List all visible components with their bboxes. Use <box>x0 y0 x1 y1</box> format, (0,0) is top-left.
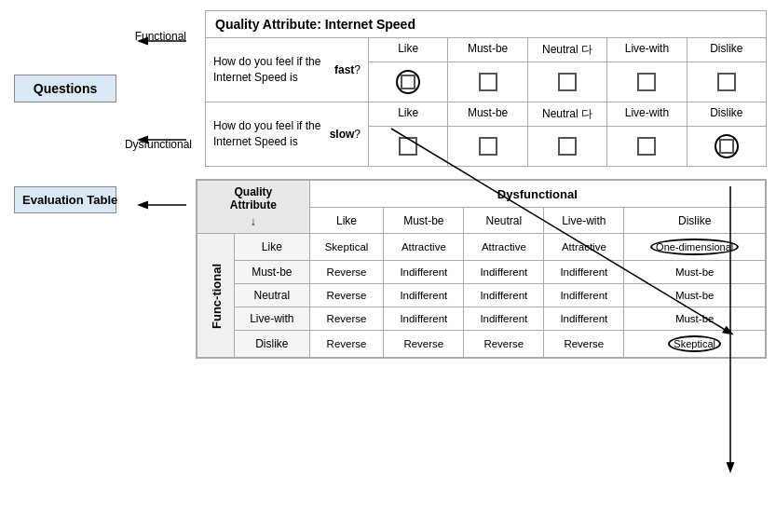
data-neutral-livewith: Indifferent <box>544 284 624 307</box>
row-neutral: Neutral <box>235 284 310 307</box>
data-like-like: Skeptical <box>309 234 384 261</box>
qa-slow-opt-neutral: Neutral 다 <box>528 102 607 126</box>
data-mustbe-mustbe: Indifferent <box>384 261 464 284</box>
data-livewith-like: Reverse <box>309 307 384 331</box>
qa-opt-like: Like <box>369 38 448 61</box>
data-mustbe-like: Reverse <box>309 261 384 284</box>
qa-opt-mustbe: Must-be <box>448 38 527 61</box>
qa-slow-opt-like: Like <box>369 102 448 126</box>
qa-checkboxes-fast <box>369 62 766 102</box>
data-livewith-neutral: Indifferent <box>464 307 544 331</box>
data-dislike-mustbe: Reverse <box>384 331 464 358</box>
eval-table: QualityAttribute ↓ Dysfunctional Like Mu… <box>197 180 766 358</box>
qa-header-slow: Like Must-be Neutral 다 Live-with Dislike <box>369 102 766 127</box>
main-container: Questions Functional Dysfunctional Quali <box>0 0 776 532</box>
qa-options-fast: Like Must-be Neutral 다 Live-with Dislike <box>369 38 766 102</box>
qa-checkbox-slow-mustbe[interactable] <box>448 127 527 166</box>
questions-label: Questions <box>14 75 116 102</box>
qa-slow-opt-mustbe: Must-be <box>448 102 527 126</box>
qa-header-fast: Like Must-be Neutral 다 Live-with Dislike <box>369 38 766 62</box>
qa-slow-opt-livewith: Live-with <box>607 102 687 126</box>
qa-row-slow: How do you feel if the Internet Speed is… <box>206 102 766 166</box>
qa-opt-dislike: Dislike <box>688 38 766 61</box>
dysfunctional-header: Dysfunctional <box>309 181 765 208</box>
col-neutral: Neutral <box>464 208 544 234</box>
data-like-livewith: Attractive <box>544 234 624 261</box>
qa-checkbox-slow-dislike[interactable] <box>688 127 766 166</box>
qa-opt-neutral: Neutral 다 <box>528 38 607 61</box>
table-row: Dislike Reverse Reverse Reverse Reverse … <box>197 331 766 358</box>
table-row: Live-with Reverse Indifferent Indifferen… <box>197 307 766 331</box>
qa-slow-opt-dislike: Dislike <box>688 102 766 126</box>
row-dislike: Dislike <box>235 331 310 358</box>
qa-question-fast: How do you feel if the Internet Speed is… <box>206 38 369 102</box>
data-like-mustbe: Attractive <box>384 234 464 261</box>
qa-options-slow: Like Must-be Neutral 다 Live-with Dislike <box>369 102 766 166</box>
table-row: Func-tional Like Skeptical Attractive At… <box>197 234 766 261</box>
qa-checkbox-fast-dislike[interactable] <box>688 62 766 102</box>
col-livewith: Live-with <box>544 208 624 234</box>
quality-attribute-header: QualityAttribute ↓ <box>197 181 310 234</box>
qa-checkbox-slow-livewith[interactable] <box>607 127 687 166</box>
qa-row-fast: How do you feel if the Internet Speed is… <box>206 38 766 102</box>
qa-checkbox-fast-neutral[interactable] <box>528 62 607 102</box>
col-like: Like <box>309 208 384 234</box>
functional-cell: Func-tional <box>197 234 235 358</box>
data-neutral-dislike: Must-be <box>624 284 766 307</box>
top-section: Questions Functional Dysfunctional Quali <box>9 9 767 168</box>
qa-checkbox-fast-like[interactable] <box>369 62 448 102</box>
data-neutral-like: Reverse <box>309 284 384 307</box>
row-like: Like <box>235 234 310 261</box>
data-like-dislike: One-dimensional <box>624 234 766 261</box>
qa-checkboxes-slow <box>369 127 766 166</box>
qa-question-slow: How do you feel if the Internet Speed is… <box>206 102 369 166</box>
qa-checkbox-slow-neutral[interactable] <box>528 127 607 166</box>
qa-checkbox-fast-mustbe[interactable] <box>448 62 527 102</box>
qa-table: Quality Attribute: Internet Speed How do… <box>205 10 767 167</box>
data-mustbe-neutral: Indifferent <box>464 261 544 284</box>
data-dislike-like: Reverse <box>309 331 384 358</box>
bottom-section: Evaluation Table QualityAttribute <box>9 179 767 359</box>
data-dislike-neutral: Reverse <box>464 331 544 358</box>
qa-title: Quality Attribute: Internet Speed <box>206 11 766 38</box>
data-dislike-dislike: Skeptical <box>624 331 766 358</box>
eval-table-wrapper: QualityAttribute ↓ Dysfunctional Like Mu… <box>196 179 767 359</box>
data-neutral-neutral: Indifferent <box>464 284 544 307</box>
data-dislike-livewith: Reverse <box>544 331 624 358</box>
table-row: Must-be Reverse Indifferent Indifferent … <box>197 261 766 284</box>
data-mustbe-dislike: Must-be <box>624 261 766 284</box>
col-dislike: Dislike <box>624 208 766 234</box>
eval-label: Evaluation Table <box>14 186 116 213</box>
qa-opt-livewith: Live-with <box>607 38 687 61</box>
row-livewith: Live-with <box>235 307 310 331</box>
data-mustbe-livewith: Indifferent <box>544 261 624 284</box>
data-livewith-dislike: Must-be <box>624 307 766 331</box>
data-neutral-mustbe: Indifferent <box>384 284 464 307</box>
qa-checkbox-fast-livewith[interactable] <box>607 62 687 102</box>
col-mustbe: Must-be <box>384 208 464 234</box>
qa-rows: How do you feel if the Internet Speed is… <box>206 38 766 166</box>
qa-checkbox-slow-like[interactable] <box>369 127 448 166</box>
data-livewith-mustbe: Indifferent <box>384 307 464 331</box>
data-like-neutral: Attractive <box>464 234 544 261</box>
data-livewith-livewith: Indifferent <box>544 307 624 331</box>
row-mustbe: Must-be <box>235 261 310 284</box>
table-row: Neutral Reverse Indifferent Indifferent … <box>197 284 766 307</box>
